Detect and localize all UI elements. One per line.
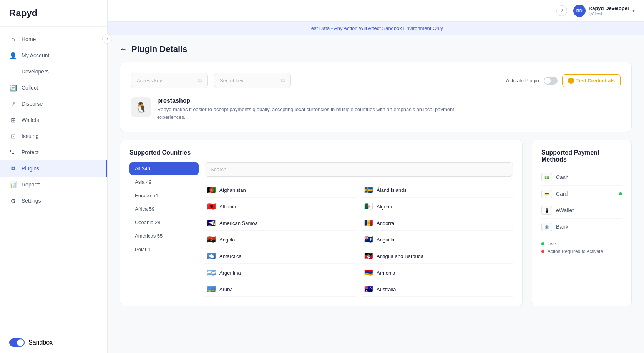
method-status-dot xyxy=(619,192,622,195)
nav-icon: ↗ xyxy=(9,100,17,108)
nav-label: Reports xyxy=(22,181,40,188)
sidebar-item-wallets[interactable]: ⊞ Wallets xyxy=(0,112,107,128)
countries-methods-row: Supported Countries All 246Asia 49Europe… xyxy=(120,140,632,306)
country-flag: 🇦🇮 xyxy=(364,235,373,244)
countries-right: Search 🇦🇫Afghanistan🇦🇽Åland Islands🇦🇱Alb… xyxy=(205,162,513,297)
chevron-down-icon: ▾ xyxy=(632,8,635,13)
country-item: 🇩🇿Algeria xyxy=(362,199,513,214)
country-flag: 🇦🇱 xyxy=(207,202,216,211)
country-name: Anguilla xyxy=(377,237,394,243)
country-item: 🇦🇱Albania xyxy=(205,199,356,214)
method-name: Card xyxy=(556,191,568,197)
country-flag: 🇦🇸 xyxy=(207,219,216,227)
method-icon: 🏦 xyxy=(541,223,552,231)
nav-icon: ⌂ xyxy=(9,35,17,43)
sidebar-collapse-button[interactable]: ‹ xyxy=(102,34,112,44)
legend: Live Action Required to Activate xyxy=(541,241,622,254)
country-flag: 🇦🇽 xyxy=(364,186,373,194)
payment-method-item: 💵 Cash xyxy=(541,169,622,186)
nav-label: My Account xyxy=(22,52,49,58)
sidebar-item-plugins[interactable]: ⧉ Plugins xyxy=(0,160,107,176)
region-item[interactable]: All 246 xyxy=(129,162,199,175)
region-item[interactable]: Asia 49 xyxy=(129,176,199,188)
country-item: 🇦🇼Aruba xyxy=(205,282,356,297)
activate-toggle[interactable] xyxy=(544,77,558,85)
warning-icon: ! xyxy=(568,78,574,84)
sidebar-item-protect[interactable]: 🛡 Protect xyxy=(0,144,107,160)
country-flag: 🇦🇴 xyxy=(207,235,216,244)
countries-section: Supported Countries All 246Asia 49Europe… xyxy=(120,140,523,306)
sidebar-item-home[interactable]: ⌂ Home xyxy=(0,31,107,47)
plugin-name: prestashop xyxy=(157,97,465,104)
methods-list: 💵 Cash 💳 Card 📱 eWallet 🏦 Bank xyxy=(541,169,622,235)
nav-label: Developers xyxy=(22,68,49,75)
country-flag: 🇦🇩 xyxy=(364,219,373,227)
country-flag: 🇦🇬 xyxy=(364,252,373,260)
plugin-description: Rapyd makes it easier to accept payments… xyxy=(157,106,465,121)
sidebar-item-disburse[interactable]: ↗ Disburse xyxy=(0,96,107,112)
access-key-input[interactable]: Access key ⧉ xyxy=(131,73,208,88)
countries-inner: All 246Asia 49Europe 54Africa 59Oceania … xyxy=(129,162,513,297)
country-name: American Samoa xyxy=(219,220,258,226)
country-flag: 🇦🇲 xyxy=(364,268,373,277)
sidebar-item-issuing[interactable]: ⊡ Issuing xyxy=(0,128,107,144)
user-role: QATest xyxy=(589,11,629,16)
region-item[interactable]: Polar 1 xyxy=(129,243,199,256)
nav-icon: 👤 xyxy=(9,52,17,59)
legend-label: Action Required to Activate xyxy=(548,249,603,254)
region-item[interactable]: Europe 54 xyxy=(129,189,199,202)
payment-methods-section: Supported Payment Methods 💵 Cash 💳 Card … xyxy=(532,140,632,306)
avatar: RD xyxy=(573,5,586,17)
nav-label: Issuing xyxy=(22,133,38,139)
nav-label: Disburse xyxy=(22,101,43,107)
method-name: eWallet xyxy=(556,207,574,213)
sidebar-item-reports[interactable]: 📊 Reports xyxy=(0,176,107,193)
sidebar-item-developers[interactable]: Developers xyxy=(0,63,107,80)
nav-icon: ⊡ xyxy=(9,132,17,140)
nav-label: Collect xyxy=(22,85,38,91)
credentials-row: Access key ⧉ Secret key ⧉ Activate Plugi… xyxy=(131,73,621,88)
legend-dot xyxy=(541,242,544,245)
sidebar-item-settings[interactable]: ⚙ Settings xyxy=(0,193,107,209)
nav-label: Settings xyxy=(22,198,41,204)
main-content: ? RD Rapyd Developer QATest ▾ Test Data … xyxy=(108,0,644,353)
region-item[interactable]: Africa 59 xyxy=(129,203,199,215)
region-item[interactable]: Oceania 28 xyxy=(129,216,199,229)
brand-logo: Rapyd xyxy=(0,0,107,27)
plugin-logo: 🐧 xyxy=(131,97,151,117)
help-button[interactable]: ? xyxy=(556,5,567,16)
sidebar-item-my-account[interactable]: 👤 My Account xyxy=(0,47,107,63)
country-flag: 🇦🇺 xyxy=(364,285,373,293)
country-search-input[interactable]: Search xyxy=(205,162,513,176)
legend-item: Action Required to Activate xyxy=(541,249,622,254)
country-name: Antigua and Barbuda xyxy=(377,253,423,259)
back-button[interactable]: ← xyxy=(120,45,127,53)
sidebar-item-collect[interactable]: 🔄 Collect xyxy=(0,80,107,96)
country-name: Angola xyxy=(219,237,235,243)
country-item: 🇦🇴Angola xyxy=(205,232,356,247)
secret-key-input[interactable]: Secret key ⧉ xyxy=(214,73,291,88)
nav-icon xyxy=(9,68,17,75)
region-item[interactable]: Americas 55 xyxy=(129,230,199,242)
country-name: Albania xyxy=(219,204,236,210)
country-item: 🇦🇸American Samoa xyxy=(205,216,356,231)
method-icon: 💳 xyxy=(541,190,552,198)
nav-icon: ⊞ xyxy=(9,116,17,124)
user-info: Rapyd Developer QATest xyxy=(589,5,629,16)
test-data-banner: Test Data - Any Action Will Affect Sandb… xyxy=(108,22,644,35)
payment-method-item: 💳 Card xyxy=(541,186,622,202)
page-title-row: ← Plugin Details xyxy=(120,44,632,54)
page-title: Plugin Details xyxy=(131,44,187,54)
copy-icon: ⧉ xyxy=(198,77,202,84)
sandbox-toggle[interactable] xyxy=(9,338,25,347)
country-name: Algeria xyxy=(377,204,392,210)
legend-label: Live xyxy=(548,241,556,246)
user-menu[interactable]: RD Rapyd Developer QATest ▾ xyxy=(573,5,635,17)
test-credentials-button[interactable]: ! Test Credentials xyxy=(562,74,621,87)
legend-item: Live xyxy=(541,241,622,246)
credentials-card: Access key ⧉ Secret key ⧉ Activate Plugi… xyxy=(120,62,632,132)
country-flag: 🇦🇷 xyxy=(207,268,216,277)
country-item: 🇦🇺Australia xyxy=(362,282,513,297)
country-item: 🇦🇩Andorra xyxy=(362,216,513,231)
page-content: ← Plugin Details Access key ⧉ Secret key… xyxy=(108,35,644,353)
